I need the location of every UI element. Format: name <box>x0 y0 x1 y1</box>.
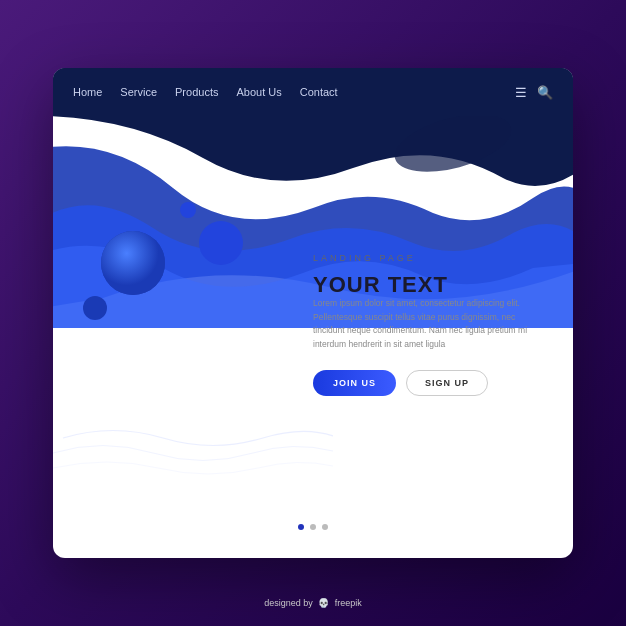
nav-icon-group: ☰ 🔍 <box>515 85 553 100</box>
nav-links: Home Service Products About Us Contact <box>73 86 338 98</box>
nav-service[interactable]: Service <box>120 86 157 98</box>
menu-icon[interactable]: ☰ <box>515 85 527 100</box>
dot-2[interactable] <box>310 524 316 530</box>
footer-text: designed by <box>264 598 313 608</box>
wave-lines <box>53 418 333 498</box>
button-row: JOIN US SIGN UP <box>313 370 543 396</box>
footer: designed by 💀 freepik <box>0 598 626 608</box>
nav-about[interactable]: About Us <box>236 86 281 98</box>
svg-point-3 <box>199 221 243 265</box>
content-body: Lorem ipsum dolor sit amet, consectetur … <box>313 297 543 351</box>
svg-point-4 <box>83 296 107 320</box>
content-title: YOUR TEXT <box>313 273 543 297</box>
nav-home[interactable]: Home <box>73 86 102 98</box>
content-area: LANDING PAGE YOUR TEXT Lorem ipsum dolor… <box>313 253 543 396</box>
dot-1[interactable] <box>298 524 304 530</box>
pagination-dots <box>298 524 328 530</box>
footer-icon: 💀 <box>318 598 329 608</box>
nav-products[interactable]: Products <box>175 86 218 98</box>
svg-point-2 <box>101 231 165 295</box>
dot-3[interactable] <box>322 524 328 530</box>
landing-page-card: Home Service Products About Us Contact ☰… <box>53 68 573 558</box>
sign-up-button[interactable]: SIGN UP <box>406 370 488 396</box>
search-icon[interactable]: 🔍 <box>537 85 553 100</box>
content-subtitle: LANDING PAGE <box>313 253 543 263</box>
svg-point-5 <box>180 202 196 218</box>
nav-contact[interactable]: Contact <box>300 86 338 98</box>
navbar: Home Service Products About Us Contact ☰… <box>53 68 573 116</box>
join-us-button[interactable]: JOIN US <box>313 370 396 396</box>
footer-brand: freepik <box>335 598 362 608</box>
